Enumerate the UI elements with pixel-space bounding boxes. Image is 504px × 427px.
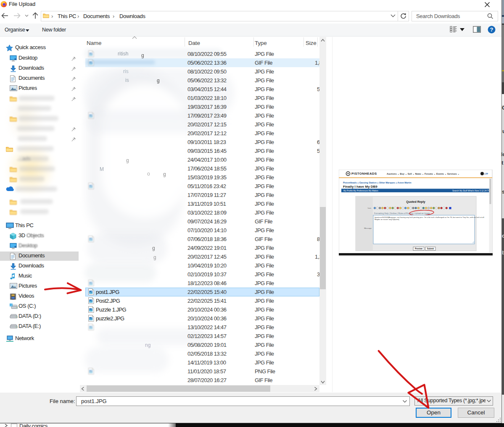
svg-text:Finally I have My DB9: Finally I have My DB9	[343, 185, 377, 189]
svg-text:Formatting Help | Smilies: Formatting Help | Smilies | Rules of Pos…	[374, 212, 430, 215]
svg-text:Quoted Reply: Quoted Reply	[406, 200, 425, 204]
svg-text:PistonHeads » Gassing Station: PistonHeads » Gassing Station » Other Ma…	[343, 181, 411, 184]
svg-text:Search My Stuff What's New: Search My Stuff What's New 3 12 24 7!	[452, 189, 489, 192]
svg-text:Icon: Icon	[368, 207, 372, 209]
svg-text:LTP: LTP	[485, 173, 488, 175]
svg-text:Submit: Submit	[427, 248, 434, 250]
svg-text:Maybe an easier way?[/quote]: Maybe an easier way?[/quote]	[375, 218, 399, 220]
svg-text:Auctions ⌄ Buy ⌄ Sell ⌄: Auctions ⌄ Buy ⌄ Sell ⌄ News ⌄ Forums ⌄ …	[387, 173, 459, 175]
svg-text:PISTONHEADS: PISTONHEADS	[351, 172, 377, 176]
svg-text:Preview: Preview	[415, 248, 422, 250]
svg-text:My Profile My Preferences: My Profile My Preferences My Makes	[343, 189, 378, 192]
svg-text:?: ?	[490, 26, 493, 33]
svg-text:Message: Message	[364, 227, 372, 229]
